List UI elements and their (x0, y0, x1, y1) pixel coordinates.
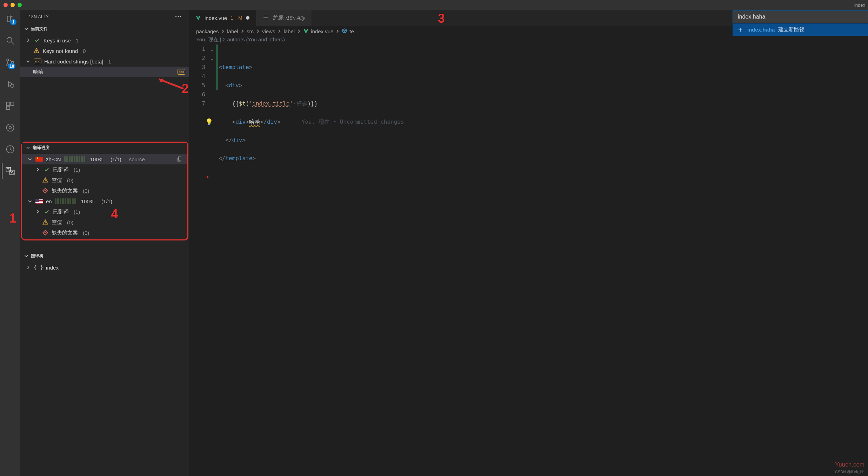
locale-name: en (46, 198, 52, 204)
scm-badge: 18 (8, 63, 15, 69)
lightbulb-icon[interactable]: 💡 (205, 117, 213, 127)
timeline-icon[interactable] (2, 143, 19, 156)
svg-point-15 (180, 16, 181, 17)
chevron-right-icon (277, 28, 281, 34)
editor-group: index.vue 1, M 扩展: i18n Ally packages la… (189, 0, 868, 476)
hard-coded-item[interactable]: abc Hard-coded strings [beta] 1 (20, 56, 189, 67)
crumb[interactable]: index.vue (311, 28, 333, 34)
more-icon[interactable] (174, 13, 182, 21)
locale-en[interactable]: en 100% (1/1) (22, 196, 187, 206)
tab-index-vue[interactable]: index.vue 1, M (189, 10, 256, 26)
item-count: (1) (74, 209, 80, 215)
close-button[interactable] (4, 3, 8, 7)
extract-action[interactable]: abc (176, 68, 186, 76)
flag-cn-icon (35, 157, 43, 162)
en-missing[interactable]: 缺失的文案 (0) (22, 227, 187, 238)
crumb[interactable]: label (227, 28, 238, 34)
locale-zh-cn[interactable]: zh-CN 100% (1/1) source (22, 154, 187, 164)
panel-title: I18N ALLY (27, 14, 49, 19)
item-count: (0) (67, 219, 73, 225)
zh-missing[interactable]: 缺失的文案 (0) (22, 185, 187, 196)
explorer-icon[interactable]: 1 (2, 13, 19, 25)
warn-icon (42, 177, 49, 184)
maximize-button[interactable] (18, 3, 22, 7)
item-label: Hard-coded strings [beta] (44, 59, 103, 64)
warn-icon (42, 219, 49, 226)
crumb[interactable]: label (283, 28, 295, 34)
zh-empty[interactable]: 空值 (0) (22, 175, 187, 185)
crumb[interactable]: views (262, 28, 275, 34)
error-icon (42, 187, 49, 194)
minimize-button[interactable] (11, 3, 15, 7)
abc-icon: abc (34, 59, 41, 64)
tab-extension[interactable]: 扩展: i18n Ally (256, 10, 312, 26)
title-bar: index (0, 0, 868, 10)
chevron-right-icon (25, 264, 31, 271)
svg-point-13 (175, 16, 176, 17)
item-label: 已翻译 (53, 209, 69, 215)
i18n-ally-icon[interactable] (2, 165, 19, 177)
error-marker-icon: ▶ (207, 172, 209, 181)
window-title: index (854, 2, 865, 8)
zh-translated[interactable]: 已翻译 (1) (22, 164, 187, 175)
item-count: (0) (83, 188, 89, 194)
section-title: 当前文件 (31, 26, 48, 32)
section-progress[interactable]: 翻译进度 (22, 143, 187, 152)
git-authors: You, 现在 | 2 authors (You and others) (189, 36, 868, 43)
item-count: 1 (108, 59, 111, 64)
progress-bar (55, 198, 76, 204)
tree-root[interactable]: { } index (20, 262, 189, 273)
section-tree[interactable]: 翻译树 (20, 251, 189, 261)
chevron-right-icon (240, 28, 245, 34)
crumb[interactable]: packages (196, 28, 219, 34)
check-icon (43, 208, 50, 215)
chevron-right-icon (25, 37, 31, 43)
scm-icon[interactable]: 18 (2, 56, 19, 69)
keys-not-found-item[interactable]: Keys not found 0 (20, 46, 189, 56)
tab-modified: M (238, 15, 242, 21)
section-current-file[interactable]: 当前文件 (20, 24, 189, 34)
dirty-indicator (246, 16, 249, 20)
hard-coded-string-entry[interactable]: 哈哈 abc (20, 67, 189, 77)
chevron-down-icon (23, 253, 29, 259)
annotation-4: 4 (111, 207, 118, 222)
item-label: Keys not found (43, 48, 78, 54)
item-label: index (46, 265, 59, 271)
item-count: 1 (76, 38, 79, 43)
chevron-right-icon (35, 209, 40, 215)
annotation-arrow-2 (154, 76, 185, 90)
code-editor[interactable]: 1 2 3 4 5 6 7 ⌄ ⌄ <template> <div> {{$t(… (189, 43, 868, 190)
sidebar: I18N ALLY 当前文件 Keys in use 1 Keys not fo… (20, 0, 189, 476)
panel-title-row: I18N ALLY (20, 10, 189, 24)
gitlens-icon[interactable] (2, 121, 19, 134)
item-label: 空值 (52, 219, 62, 226)
debug-icon[interactable] (2, 78, 19, 90)
section-title: 翻译树 (31, 253, 44, 259)
quick-input-field[interactable]: index.haha (733, 11, 868, 23)
section-title: 翻译进度 (33, 145, 49, 151)
extensions-icon[interactable] (2, 100, 19, 112)
flag-us-icon (35, 199, 43, 204)
svg-point-0 (7, 38, 12, 42)
svg-rect-7 (7, 106, 10, 109)
crumb[interactable]: te (349, 28, 354, 34)
item-count: (0) (67, 177, 73, 183)
code-content[interactable]: <template> <div> {{$t('index.title'·标题)}… (219, 45, 868, 190)
quick-input-item[interactable]: ＋ index.haha 建立新路径 (733, 23, 868, 36)
explorer-badge: 1 (10, 19, 16, 25)
en-translated[interactable]: 已翻译 (1) (22, 206, 187, 217)
percent: 100% (90, 156, 104, 162)
window-controls (4, 3, 22, 7)
en-empty[interactable]: 空值 (0) (22, 217, 187, 227)
progress-tree: zh-CN 100% (1/1) source 已翻译 (1) 空值 (22, 152, 187, 239)
crumb[interactable]: src (247, 28, 254, 34)
keys-in-use-item[interactable]: Keys in use 1 (20, 35, 189, 46)
current-file-tree: Keys in use 1 Keys not found 0 abc Hard-… (20, 34, 189, 79)
item-count: 0 (83, 48, 86, 54)
copy-icon[interactable] (175, 155, 185, 163)
search-icon[interactable] (2, 34, 19, 47)
svg-point-8 (7, 124, 14, 131)
chevron-down-icon (27, 156, 33, 162)
annotation-3: 3 (438, 11, 445, 26)
plus-icon: ＋ (737, 25, 744, 34)
